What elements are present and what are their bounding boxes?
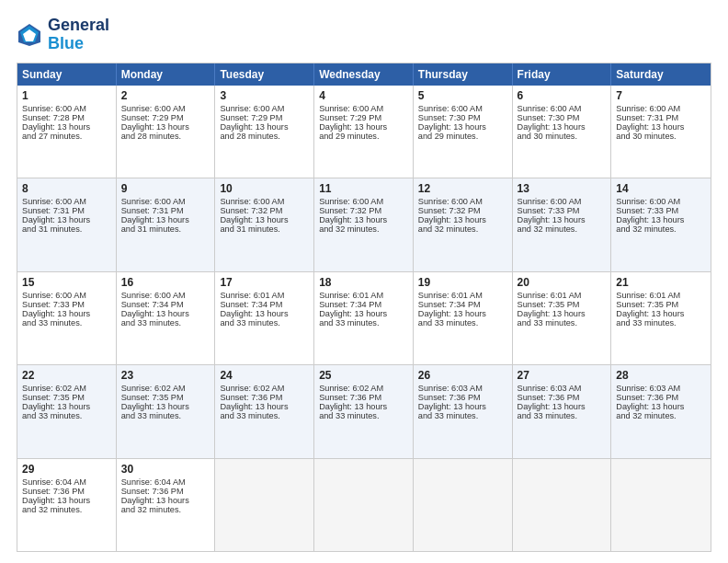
day-info-line: Daylight: 13 hours bbox=[319, 309, 408, 318]
day-info-line: Daylight: 13 hours bbox=[22, 122, 111, 132]
day-number: 29 bbox=[22, 463, 111, 476]
day-info-line: and 33 minutes. bbox=[220, 318, 309, 327]
day-info-line: Sunset: 7:34 PM bbox=[319, 300, 408, 309]
day-info-line: Sunrise: 6:00 AM bbox=[319, 197, 408, 206]
header-day-sunday: Sunday bbox=[17, 63, 117, 86]
day-info-line: Sunset: 7:36 PM bbox=[319, 393, 408, 402]
day-info-line: Sunset: 7:29 PM bbox=[319, 113, 408, 122]
day-info-line: Sunset: 7:32 PM bbox=[418, 206, 507, 215]
header-day-thursday: Thursday bbox=[414, 63, 513, 86]
day-info-line: and 33 minutes. bbox=[22, 411, 111, 420]
day-info-line: Daylight: 13 hours bbox=[319, 122, 408, 132]
day-number: 27 bbox=[518, 369, 607, 382]
day-number: 19 bbox=[418, 276, 507, 289]
day-cell-2: 2Sunrise: 6:00 AMSunset: 7:29 PMDaylight… bbox=[117, 86, 216, 178]
day-number: 1 bbox=[22, 89, 111, 102]
day-info-line: Daylight: 13 hours bbox=[616, 402, 706, 411]
day-info-line: and 32 minutes. bbox=[518, 224, 607, 234]
day-info-line: Sunrise: 6:00 AM bbox=[616, 197, 706, 206]
day-number: 4 bbox=[319, 89, 408, 102]
day-info-line: and 32 minutes. bbox=[319, 224, 408, 234]
day-info-line: Sunrise: 6:01 AM bbox=[418, 291, 507, 300]
day-info-line: Daylight: 13 hours bbox=[616, 215, 706, 224]
day-info-line: Sunrise: 6:00 AM bbox=[22, 104, 111, 113]
calendar-body: 1Sunrise: 6:00 AMSunset: 7:28 PMDaylight… bbox=[17, 86, 711, 551]
calendar-row-4: 22Sunrise: 6:02 AMSunset: 7:35 PMDayligh… bbox=[17, 365, 711, 458]
day-info-line: Sunset: 7:36 PM bbox=[220, 393, 309, 402]
day-info-line: Sunset: 7:33 PM bbox=[22, 300, 111, 309]
day-cell-1: 1Sunrise: 6:00 AMSunset: 7:28 PMDaylight… bbox=[17, 86, 117, 178]
day-info-line: Sunset: 7:32 PM bbox=[319, 206, 408, 215]
day-info-line: and 27 minutes. bbox=[22, 132, 111, 141]
day-number: 13 bbox=[518, 182, 607, 195]
logo: General Blue bbox=[17, 17, 109, 53]
day-info-line: Sunrise: 6:00 AM bbox=[121, 291, 210, 300]
day-info-line: and 31 minutes. bbox=[220, 224, 309, 234]
day-info-line: Sunset: 7:31 PM bbox=[121, 206, 210, 215]
day-info-line: Sunset: 7:35 PM bbox=[121, 393, 210, 402]
day-number: 8 bbox=[22, 182, 111, 195]
day-number: 10 bbox=[220, 182, 309, 195]
day-number: 11 bbox=[319, 182, 408, 195]
day-cell-4: 4Sunrise: 6:00 AMSunset: 7:29 PMDaylight… bbox=[314, 86, 414, 178]
day-info-line: Daylight: 13 hours bbox=[22, 402, 111, 411]
day-info-line: Sunrise: 6:00 AM bbox=[22, 291, 111, 300]
day-info-line: Sunrise: 6:00 AM bbox=[121, 197, 210, 206]
day-info-line: Sunset: 7:35 PM bbox=[22, 393, 111, 402]
logo-text: General Blue bbox=[48, 17, 109, 53]
empty-cell bbox=[314, 459, 414, 551]
day-info-line: and 33 minutes. bbox=[418, 411, 507, 420]
day-info-line: Sunset: 7:34 PM bbox=[220, 300, 309, 309]
day-cell-29: 29Sunrise: 6:04 AMSunset: 7:36 PMDayligh… bbox=[17, 459, 117, 551]
day-info-line: Sunrise: 6:00 AM bbox=[518, 197, 607, 206]
day-info-line: and 30 minutes. bbox=[616, 132, 706, 141]
day-number: 24 bbox=[220, 369, 309, 382]
day-info-line: Daylight: 13 hours bbox=[616, 309, 706, 318]
header-day-monday: Monday bbox=[117, 63, 216, 86]
day-number: 18 bbox=[319, 276, 408, 289]
day-info-line: and 33 minutes. bbox=[121, 318, 210, 327]
day-info-line: Sunset: 7:28 PM bbox=[22, 113, 111, 122]
day-info-line: Daylight: 13 hours bbox=[121, 402, 210, 411]
day-info-line: Sunrise: 6:01 AM bbox=[518, 291, 607, 300]
day-info-line: Sunrise: 6:03 AM bbox=[418, 384, 507, 393]
day-info-line: and 33 minutes. bbox=[518, 318, 607, 327]
day-info-line: Sunset: 7:34 PM bbox=[418, 300, 507, 309]
day-info-line: Daylight: 13 hours bbox=[121, 122, 210, 132]
day-number: 3 bbox=[220, 89, 309, 102]
day-cell-21: 21Sunrise: 6:01 AMSunset: 7:35 PMDayligh… bbox=[611, 272, 711, 364]
day-cell-8: 8Sunrise: 6:00 AMSunset: 7:31 PMDaylight… bbox=[17, 178, 117, 270]
day-info-line: Daylight: 13 hours bbox=[121, 215, 210, 224]
day-number: 7 bbox=[616, 89, 706, 102]
day-info-line: and 32 minutes. bbox=[616, 411, 706, 420]
day-info-line: Daylight: 13 hours bbox=[220, 215, 309, 224]
day-info-line: Sunrise: 6:00 AM bbox=[418, 104, 507, 113]
day-info-line: Daylight: 13 hours bbox=[418, 122, 507, 132]
day-cell-14: 14Sunrise: 6:00 AMSunset: 7:33 PMDayligh… bbox=[611, 178, 711, 270]
day-cell-5: 5Sunrise: 6:00 AMSunset: 7:30 PMDaylight… bbox=[414, 86, 513, 178]
day-info-line: and 33 minutes. bbox=[518, 411, 607, 420]
day-number: 25 bbox=[319, 369, 408, 382]
day-info-line: Sunset: 7:34 PM bbox=[121, 300, 210, 309]
day-info-line: Sunrise: 6:00 AM bbox=[220, 104, 309, 113]
day-cell-30: 30Sunrise: 6:04 AMSunset: 7:36 PMDayligh… bbox=[117, 459, 216, 551]
day-cell-26: 26Sunrise: 6:03 AMSunset: 7:36 PMDayligh… bbox=[414, 365, 513, 457]
page: General Blue SundayMondayTuesdayWednesda… bbox=[0, 0, 728, 563]
day-cell-19: 19Sunrise: 6:01 AMSunset: 7:34 PMDayligh… bbox=[414, 272, 513, 364]
day-info-line: Daylight: 13 hours bbox=[418, 215, 507, 224]
day-info-line: Sunrise: 6:04 AM bbox=[22, 477, 111, 487]
day-info-line: Sunset: 7:33 PM bbox=[518, 206, 607, 215]
day-info-line: and 31 minutes. bbox=[22, 224, 111, 234]
day-info-line: and 33 minutes. bbox=[121, 411, 210, 420]
day-cell-11: 11Sunrise: 6:00 AMSunset: 7:32 PMDayligh… bbox=[314, 178, 414, 270]
day-number: 5 bbox=[418, 89, 507, 102]
day-info-line: Sunrise: 6:00 AM bbox=[121, 104, 210, 113]
day-cell-3: 3Sunrise: 6:00 AMSunset: 7:29 PMDaylight… bbox=[215, 86, 314, 178]
day-info-line: and 28 minutes. bbox=[121, 132, 210, 141]
day-cell-16: 16Sunrise: 6:00 AMSunset: 7:34 PMDayligh… bbox=[117, 272, 216, 364]
calendar: SundayMondayTuesdayWednesdayThursdayFrid… bbox=[17, 63, 711, 552]
day-info-line: Daylight: 13 hours bbox=[319, 215, 408, 224]
day-info-line: Sunrise: 6:00 AM bbox=[22, 197, 111, 206]
day-info-line: Sunrise: 6:02 AM bbox=[319, 384, 408, 393]
day-number: 21 bbox=[616, 276, 706, 289]
